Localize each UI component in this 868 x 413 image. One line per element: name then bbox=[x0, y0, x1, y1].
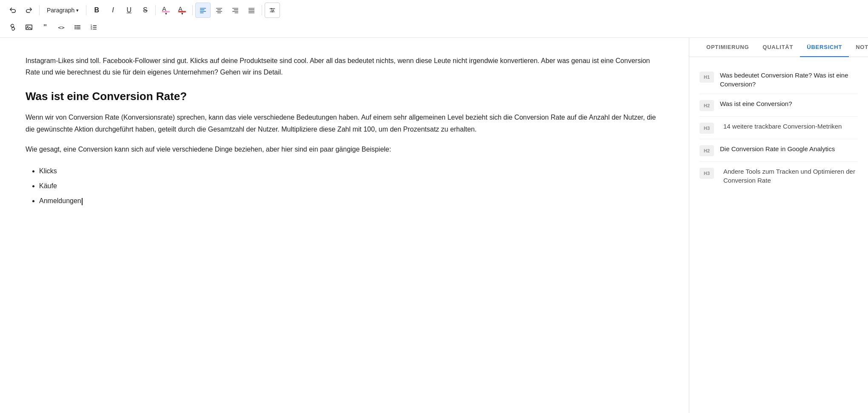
toc-item-text: Andere Tools zum Tracken und Optimieren … bbox=[720, 167, 858, 185]
filter-button[interactable] bbox=[265, 3, 280, 18]
svg-text:3.: 3. bbox=[91, 27, 93, 30]
redo-button[interactable] bbox=[21, 3, 37, 18]
editor-para-1: Wenn wir von Conversion Rate (Konversion… bbox=[26, 112, 663, 135]
toc-item-text: Die Conversion Rate in Google Analytics bbox=[720, 144, 835, 153]
toc-level-badge: H3 bbox=[700, 168, 714, 179]
editor-list: Klicks Käufe Anmeldungen bbox=[26, 163, 663, 209]
tab-optimierung[interactable]: OPTIMIERUNG bbox=[700, 38, 756, 57]
toc-level-badge: H3 bbox=[700, 123, 714, 134]
toc-item[interactable]: H314 weitere trackbare Conversion-Metrik… bbox=[700, 117, 858, 139]
font-color-button[interactable]: A ▾ bbox=[174, 3, 190, 18]
bold-button[interactable]: B bbox=[89, 3, 104, 18]
align-right-button[interactable] bbox=[228, 3, 243, 18]
quote-button[interactable]: " bbox=[37, 20, 53, 35]
align-center-button[interactable] bbox=[211, 3, 227, 18]
undo-button[interactable] bbox=[5, 3, 20, 18]
toc-level-badge: H2 bbox=[700, 100, 714, 111]
ordered-list-button[interactable]: 1.2.3. bbox=[86, 20, 101, 35]
paragraph-label: Paragraph bbox=[47, 7, 74, 14]
paragraph-dropdown[interactable]: Paragraph ▾ bbox=[42, 3, 83, 18]
toc-item-text: Was ist eine Conversion? bbox=[720, 99, 792, 108]
toc-item-text: 14 weitere trackbare Conversion-Metriken bbox=[720, 122, 842, 131]
tab-notizen[interactable]: NOTIZEN bbox=[849, 38, 868, 57]
highlight-button[interactable]: A ▾ bbox=[158, 3, 174, 18]
toc-item[interactable]: H2Was ist eine Conversion? bbox=[700, 94, 858, 117]
toc-item[interactable]: H1Was bedeutet Conversion Rate? Was ist … bbox=[700, 66, 858, 94]
panel-tabs: OPTIMIERUNGQUALITÄTÜBERSICHTNOTIZEN bbox=[689, 38, 868, 57]
editor-para-2: Wie gesagt, eine Conversion kann sich au… bbox=[26, 143, 663, 155]
list-item-3: Anmeldungen bbox=[39, 193, 663, 208]
text-cursor bbox=[82, 198, 83, 205]
dropdown-arrow-icon: ▾ bbox=[76, 8, 79, 13]
separator-3 bbox=[155, 5, 156, 15]
toolbar: Paragraph ▾ B I U S A ▾ A ▾ bbox=[0, 0, 868, 38]
toolbar-row-2: " <> 1.2.3. bbox=[5, 20, 863, 35]
strikethrough-button[interactable]: S bbox=[137, 3, 153, 18]
separator-2 bbox=[86, 5, 86, 15]
toc-item[interactable]: H3Andere Tools zum Tracken und Optimiere… bbox=[700, 162, 858, 190]
underline-button[interactable]: U bbox=[121, 3, 137, 18]
toc-level-badge: H1 bbox=[700, 72, 714, 83]
toc-item-text: Was bedeutet Conversion Rate? Was ist ei… bbox=[720, 71, 858, 89]
svg-point-24 bbox=[273, 10, 274, 11]
link-button[interactable] bbox=[5, 20, 20, 35]
italic-button[interactable]: I bbox=[105, 3, 120, 18]
image-button[interactable] bbox=[21, 20, 37, 35]
separator-4 bbox=[192, 5, 193, 15]
right-panel: OPTIMIERUNGQUALITÄTÜBERSICHTNOTIZEN H1Wa… bbox=[689, 38, 868, 413]
editor-area[interactable]: Instagram-Likes sind toll. Facebook-Foll… bbox=[0, 38, 689, 413]
svg-point-30 bbox=[74, 28, 76, 29]
toc-level-badge: H2 bbox=[700, 145, 714, 156]
svg-point-25 bbox=[272, 11, 273, 12]
svg-point-28 bbox=[74, 25, 76, 26]
editor-heading: Was ist eine Conversion Rate? bbox=[26, 90, 663, 103]
editor-intro: Instagram-Likes sind toll. Facebook-Foll… bbox=[26, 55, 663, 78]
tab-uebersicht[interactable]: ÜBERSICHT bbox=[800, 38, 849, 57]
toolbar-row-1: Paragraph ▾ B I U S A ▾ A ▾ bbox=[5, 3, 863, 18]
font-color-icon: A ▾ bbox=[178, 5, 186, 16]
highlight-icon: A ▾ bbox=[162, 5, 170, 16]
code-button[interactable]: <> bbox=[54, 20, 69, 35]
justify-button[interactable] bbox=[244, 3, 259, 18]
separator-5 bbox=[262, 5, 262, 15]
tab-qualitaet[interactable]: QUALITÄT bbox=[756, 38, 800, 57]
separator-1 bbox=[39, 5, 40, 15]
bullet-list-button[interactable] bbox=[70, 20, 85, 35]
svg-point-29 bbox=[74, 27, 76, 28]
panel-content: H1Was bedeutet Conversion Rate? Was ist … bbox=[689, 57, 868, 413]
list-item-2: Käufe bbox=[39, 178, 663, 193]
svg-point-23 bbox=[271, 8, 272, 9]
main-layout: Instagram-Likes sind toll. Facebook-Foll… bbox=[0, 38, 868, 413]
list-item-1: Klicks bbox=[39, 163, 663, 178]
align-left-button[interactable] bbox=[195, 3, 211, 18]
toc-item[interactable]: H2Die Conversion Rate in Google Analytic… bbox=[700, 139, 858, 162]
